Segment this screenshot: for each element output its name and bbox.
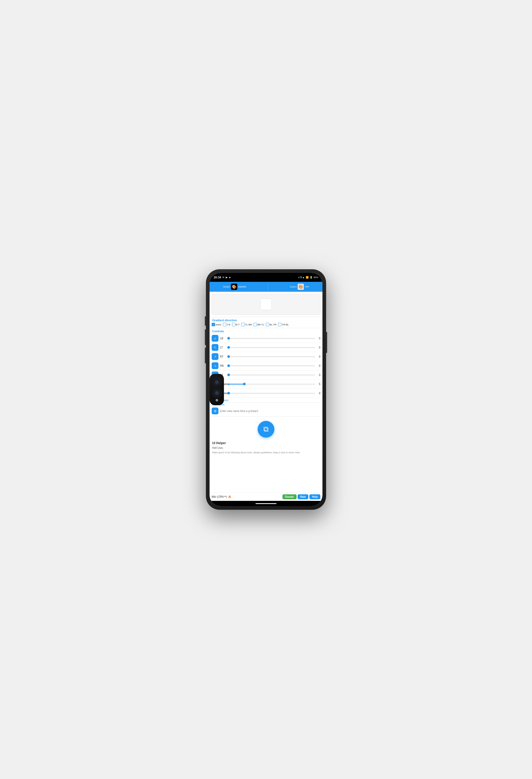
ui-helper-title: UI Helper xyxy=(210,440,322,446)
lt-value: 0 xyxy=(317,346,320,349)
rb-button[interactable]: ↘ xyxy=(212,362,218,369)
help-button[interactable]: Help xyxy=(309,494,320,499)
grid-icon: ⊞ xyxy=(214,409,216,413)
phone-screen: 20:34 ✉ ▶ ◈ LTE▲ 📶 🔋 60% Stroke 🎨 xyxy=(210,273,322,506)
grad-label-tb: T-B xyxy=(227,323,230,326)
grad-option-tb[interactable]: T-B xyxy=(223,323,230,326)
lt-button[interactable]: ↖ xyxy=(212,344,218,351)
message-icon: ✉ xyxy=(222,276,224,279)
camera-lens-secondary xyxy=(212,388,221,398)
bottom-bar: Milz (CRN™) 🔥 Donate Rate Help xyxy=(210,492,322,501)
home-indicator xyxy=(210,501,322,506)
volume-up-button[interactable] xyxy=(205,316,206,326)
ui-helper-greeting: Hell User, xyxy=(210,446,322,451)
view-name-row: ⊞ xyxy=(210,407,322,416)
grad-checkbox-bt[interactable] xyxy=(232,323,236,326)
stroke-color-swatch[interactable]: 🎨 xyxy=(231,284,237,290)
grad-checkbox-bltr[interactable] xyxy=(266,323,269,326)
toolbar-divider xyxy=(268,283,268,290)
color1-value: ### xyxy=(305,286,309,288)
lb-value: 0 xyxy=(317,337,320,340)
status-time: 20:34 xyxy=(214,276,221,279)
grad-checkbox-tlbr[interactable] xyxy=(241,323,245,326)
grad-option-tlbr[interactable]: TL-BR xyxy=(241,323,252,326)
fire-emoji: 🔥 xyxy=(228,495,231,498)
lt-slider[interactable] xyxy=(227,347,315,348)
top-toolbar: Stroke 🎨 000000 Color1 🎨 ### xyxy=(210,282,322,292)
control-stroke-row: ◎ Stroke 0 xyxy=(212,389,320,398)
color1-label: Color1 xyxy=(290,286,297,288)
grad-option-none[interactable]: ✓ None xyxy=(212,323,221,326)
grad-label-brtl: BR-TL xyxy=(257,323,264,326)
control-all-row: ⊞ All 0 xyxy=(212,370,320,379)
home-bar xyxy=(256,503,276,504)
palette-icon2: 🎨 xyxy=(298,285,303,289)
ui-helper-description: Make good UI by following about rules, a… xyxy=(210,451,322,456)
gradient-section-title: Gradient direction xyxy=(210,317,322,323)
rt-slider[interactable] xyxy=(227,356,315,357)
logo-area: ⧉ xyxy=(210,417,322,440)
all-value: 0 xyxy=(317,373,320,376)
color1-swatch[interactable]: 🎨 xyxy=(297,284,304,290)
notch xyxy=(249,273,283,280)
volume-down-button[interactable] xyxy=(205,329,206,345)
preview-box xyxy=(260,299,272,310)
grad-checkbox-trbl[interactable] xyxy=(278,323,281,326)
lb-label: LB xyxy=(220,337,226,340)
grad-label-none: None xyxy=(215,323,221,326)
stroke-value: 000000 xyxy=(238,286,246,288)
rb-slider[interactable] xyxy=(227,365,315,366)
all-slider[interactable] xyxy=(227,375,315,375)
rt-button[interactable]: ↗ xyxy=(212,353,218,360)
grad-label-bt: B-T xyxy=(236,323,240,326)
lt-icon: ↖ xyxy=(214,346,216,349)
lb-icon: ↙ xyxy=(214,337,216,340)
grad-checkbox-brtl[interactable] xyxy=(254,323,257,326)
play-icon: ▶ xyxy=(226,276,227,279)
grad-checkbox-none[interactable]: ✓ xyxy=(212,323,215,326)
lt-label: LT xyxy=(220,346,226,349)
lte-icon: LTE▲ xyxy=(298,276,305,279)
controls-section: ↙ LB 0 ↖ LT xyxy=(210,334,322,398)
app-logo: ⧉ xyxy=(258,421,274,437)
rb-icon: ↘ xyxy=(214,364,216,367)
power-button[interactable] xyxy=(326,332,327,353)
shadow-slider[interactable] xyxy=(227,384,315,384)
stroke-control[interactable]: Stroke 🎨 000000 xyxy=(223,284,246,290)
palette-icon: 🎨 xyxy=(232,285,236,289)
stroke-control-value: 0 xyxy=(317,392,320,395)
silent-button[interactable] xyxy=(205,348,206,363)
grad-label-tlbr: TL-BR xyxy=(245,323,252,326)
grad-label-bltr: BL-TR xyxy=(270,323,276,326)
grad-option-trbl[interactable]: TR-BL xyxy=(278,323,289,326)
author-info: Milz (CRN™) 🔥 xyxy=(212,495,231,498)
action-buttons: Donate Rate Help xyxy=(282,494,320,499)
grad-option-bltr[interactable]: BL-TR xyxy=(266,323,276,326)
rb-label: RB xyxy=(220,364,226,367)
signal-icon: ◈ xyxy=(229,276,231,279)
main-content: Gradient direction ✓ None T-B B-T xyxy=(210,292,322,492)
lb-slider[interactable] xyxy=(227,338,315,339)
control-lt-row: ↖ LT 0 xyxy=(212,343,320,352)
rt-value: 0 xyxy=(317,355,320,358)
stroke-slider[interactable] xyxy=(227,393,315,394)
rt-icon: ↗ xyxy=(214,355,216,358)
stroke-label: Stroke xyxy=(223,286,230,288)
grad-option-brtl[interactable]: BR-TL xyxy=(254,323,264,326)
view-name-label: View name xyxy=(210,403,322,407)
status-left: 20:34 ✉ ▶ ◈ xyxy=(214,276,231,279)
advertisement-label: Advertisement xyxy=(210,398,322,402)
color1-control[interactable]: Color1 🎨 ### xyxy=(290,284,309,290)
rb-value: 0 xyxy=(317,364,320,367)
gradient-options-row: ✓ None T-B B-T TL-BR xyxy=(210,323,322,328)
phone-device: 20:34 ✉ ▶ ◈ LTE▲ 📶 🔋 60% Stroke 🎨 xyxy=(206,269,326,510)
wifi-icon: 📶 xyxy=(306,276,309,279)
author-name: Milz (CRN™) xyxy=(212,495,227,498)
grad-option-bt[interactable]: B-T xyxy=(232,323,240,326)
grad-checkbox-tb[interactable] xyxy=(223,323,226,326)
donate-button[interactable]: Donate xyxy=(282,494,296,499)
lb-button[interactable]: ↙ xyxy=(212,335,218,342)
view-name-input[interactable] xyxy=(220,410,320,413)
battery-percent: 60% xyxy=(314,276,318,279)
rate-button[interactable]: Rate xyxy=(297,494,309,499)
